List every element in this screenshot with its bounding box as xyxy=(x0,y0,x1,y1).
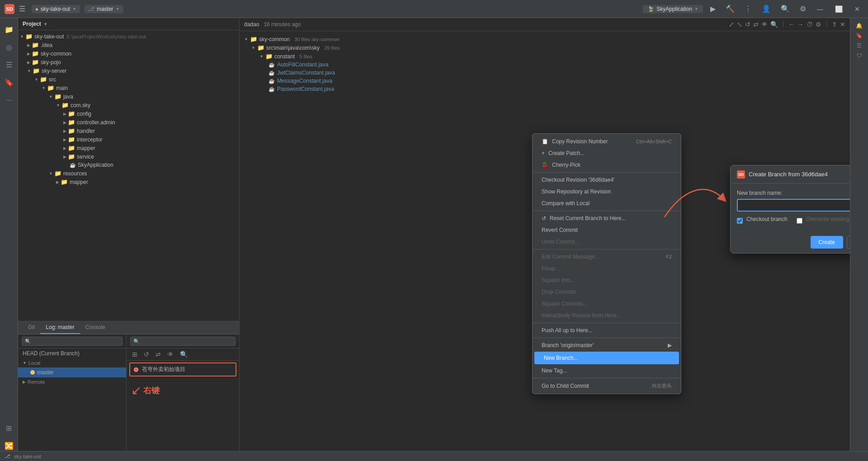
sidebar-item-terminal[interactable]: ⊞ xyxy=(2,421,16,435)
settings-detail-icon[interactable]: ⚙ xyxy=(816,21,821,28)
ctx-reset-branch[interactable]: ↺Reset Current Branch to Here... xyxy=(533,212,681,224)
diff-icon[interactable]: ⇄ xyxy=(753,21,759,28)
branch-selector[interactable]: ⎇ master ▼ xyxy=(85,5,123,13)
branch-filter-button[interactable]: ⊞ xyxy=(130,350,139,359)
project-selector[interactable]: ● sky-take-out ▼ xyxy=(32,5,80,13)
tree-item-mapper[interactable]: ▶ 📁 mapper xyxy=(18,144,239,152)
tree-item-handler[interactable]: ▶ 📁 handler xyxy=(18,127,239,135)
history-icon[interactable]: ⏱ xyxy=(807,21,813,28)
eye-icon[interactable]: 👁 xyxy=(761,21,768,28)
branch-item-master[interactable]: master xyxy=(18,367,126,377)
fetch-button[interactable]: ⇄ xyxy=(154,350,163,359)
ctx-squash-into: Squash Into... xyxy=(533,274,681,286)
ctx-go-child[interactable]: Go to Child Commit 向左箭头 xyxy=(533,380,681,392)
close-panel-icon[interactable]: ✕ xyxy=(840,21,845,28)
sidebar-right-notifications[interactable]: 🔔 xyxy=(856,23,863,29)
tab-console[interactable]: Console xyxy=(80,321,111,334)
tree-item-src[interactable]: ▼ 📁 src xyxy=(18,75,239,84)
restore-icon[interactable]: ↺ xyxy=(745,21,750,28)
run-button[interactable]: ▶ xyxy=(708,5,718,13)
sidebar-item-project[interactable]: 📁 xyxy=(2,23,16,37)
sidebar-right-structure[interactable]: ☰ xyxy=(857,42,862,49)
tree-item-resources[interactable]: ▼ 📁 resources xyxy=(18,169,239,178)
expand-panel-icon[interactable]: ⇑ xyxy=(832,21,837,28)
more-options-button[interactable]: ⋮ xyxy=(742,5,755,13)
highlight-button[interactable]: 👁 xyxy=(165,350,175,359)
sidebar-item-structure[interactable]: ☰ xyxy=(2,58,16,72)
tree-item-config[interactable]: ▶ 📁 config xyxy=(18,109,239,118)
right-tree-item-constant[interactable]: ▼ 📁 constant 5 files xyxy=(240,52,850,61)
right-tree-item-sky-common[interactable]: ▼ 📁 sky-common 30 files sky-common xyxy=(240,35,850,43)
ctx-branch-origin[interactable]: Branch 'origin/master' ▶ xyxy=(533,339,681,351)
ctx-interactive-rebase: Interactively Rebase from Here... xyxy=(533,310,681,321)
ctx-push-all[interactable]: Push All up to Here... xyxy=(533,325,681,336)
java-icon: ☕ xyxy=(269,62,275,68)
sidebar-item-vcs[interactable]: ◎ xyxy=(2,40,16,54)
settings-button[interactable]: ⚙ xyxy=(797,5,809,13)
sidebar-right-shield[interactable]: 🛡 xyxy=(857,52,862,59)
sidebar-item-bookmarks[interactable]: 🔖 xyxy=(2,75,16,89)
branch-section-remote[interactable]: ▶ Remote xyxy=(18,377,126,386)
search-commits-icon[interactable]: 🔍 xyxy=(770,21,778,28)
tree-item-idea[interactable]: ▶ 📁 .idea xyxy=(18,41,239,49)
tree-item-root[interactable]: ▼ 📁 sky-take-out E:\javaProjectWork\sky\… xyxy=(18,32,239,41)
overwrite-branch-checkbox[interactable] xyxy=(797,218,802,224)
ctx-checkout-revision[interactable]: Checkout Revision '36d6dae4' xyxy=(533,174,681,186)
hamburger-icon[interactable]: ☰ xyxy=(19,5,25,13)
ctx-create-patch[interactable]: +Create Patch... xyxy=(533,147,681,159)
minimize-button[interactable]: — xyxy=(813,5,827,13)
patch-icon: + xyxy=(542,150,545,156)
ctx-revert-commit[interactable]: Revert Commit xyxy=(533,224,681,236)
ctx-show-repo[interactable]: Show Repository at Revision xyxy=(533,186,681,198)
run-configuration[interactable]: 🍃 SkyApplication ▼ xyxy=(643,5,703,13)
checkout-branch-label: Checkout branch xyxy=(746,216,788,222)
close-window-button[interactable]: ✕ xyxy=(851,5,863,13)
ctx-cherry-pick[interactable]: 🍒Cherry-Pick xyxy=(533,159,681,171)
right-tree-item-jwt[interactable]: ☕ JwtClaimsConstant.java xyxy=(240,69,850,77)
cancel-button[interactable]: Cancel xyxy=(847,236,850,249)
right-tree-item-message[interactable]: ☕ MessageConstant.java xyxy=(240,77,850,85)
tree-item-skyapp[interactable]: ☕ SkyApplication xyxy=(18,161,239,169)
expand-icon[interactable]: ⤢ xyxy=(729,21,734,28)
branch-name-input[interactable] xyxy=(737,199,850,212)
tree-item-comsky[interactable]: ▼ 📁 com.sky xyxy=(18,101,239,109)
go-back-icon[interactable]: ← xyxy=(788,21,795,28)
tree-item-main[interactable]: ▼ 📁 main xyxy=(18,84,239,92)
tree-item-sky-common[interactable]: ▶ 📁 sky-common xyxy=(18,49,239,58)
profile-icon[interactable]: 👤 xyxy=(759,5,774,13)
collapse-icon[interactable]: ⤡ xyxy=(737,21,742,28)
commit-row-highlighted[interactable]: 苍穹外卖初始项目 xyxy=(129,362,236,376)
go-forward-icon[interactable]: → xyxy=(797,21,804,28)
search-button[interactable]: 🔍 xyxy=(778,5,793,13)
refresh-button[interactable]: ↺ xyxy=(142,350,151,359)
build-button[interactable]: 🔨 xyxy=(723,5,737,13)
right-tree-item-src[interactable]: ▼ 📁 src\main\java\com\sky 29 files xyxy=(240,43,850,52)
maximize-button[interactable]: ⬜ xyxy=(831,5,846,13)
ctx-new-branch[interactable]: New Branch... xyxy=(534,352,679,364)
tree-item-label: constant xyxy=(274,53,295,60)
tree-item-mapper2[interactable]: ▶ 📁 mapper xyxy=(18,178,239,186)
tree-item-sky-server[interactable]: ▼ 📁 sky-server xyxy=(18,66,239,75)
tree-item-service[interactable]: ▶ 📁 service xyxy=(18,152,239,161)
branch-section-local[interactable]: ▼ Local xyxy=(18,358,126,367)
sidebar-item-more[interactable]: ⋯ xyxy=(2,93,16,107)
sidebar-right-bookmarks[interactable]: 🔖 xyxy=(856,33,863,39)
commits-search-input[interactable] xyxy=(130,337,236,346)
checkout-branch-checkbox[interactable] xyxy=(737,218,743,224)
tab-git[interactable]: Git xyxy=(23,321,40,334)
tree-item-controller[interactable]: ▶ 📁 controller.admin xyxy=(18,118,239,127)
right-tree-item-autofill[interactable]: ☕ AutoFillConstant.java xyxy=(240,61,850,69)
tab-log[interactable]: Log: master xyxy=(40,321,80,334)
create-branch-button[interactable]: Create xyxy=(811,236,843,249)
branch-search-input[interactable] xyxy=(22,337,123,346)
right-tree-item-password[interactable]: ☕ PasswordConstant.java xyxy=(240,85,850,93)
ctx-new-tag[interactable]: New Tag... xyxy=(533,365,681,376)
tree-item-java[interactable]: ▼ 📁 java xyxy=(18,92,239,101)
ctx-compare-local[interactable]: Compare with Local xyxy=(533,198,681,209)
file-count: 30 files sky-common xyxy=(294,37,340,42)
ctx-copy-revision[interactable]: 📋Copy Revision Number Ctrl+Alt+Shift+C xyxy=(533,136,681,147)
tree-item-sky-pojo[interactable]: ▶ 📁 sky-pojo xyxy=(18,58,239,66)
branch-item-head[interactable]: HEAD (Current Branch) xyxy=(18,348,126,358)
find-commit-button[interactable]: 🔍 xyxy=(178,350,189,359)
tree-item-interceptor[interactable]: ▶ 📁 interceptor xyxy=(18,135,239,144)
